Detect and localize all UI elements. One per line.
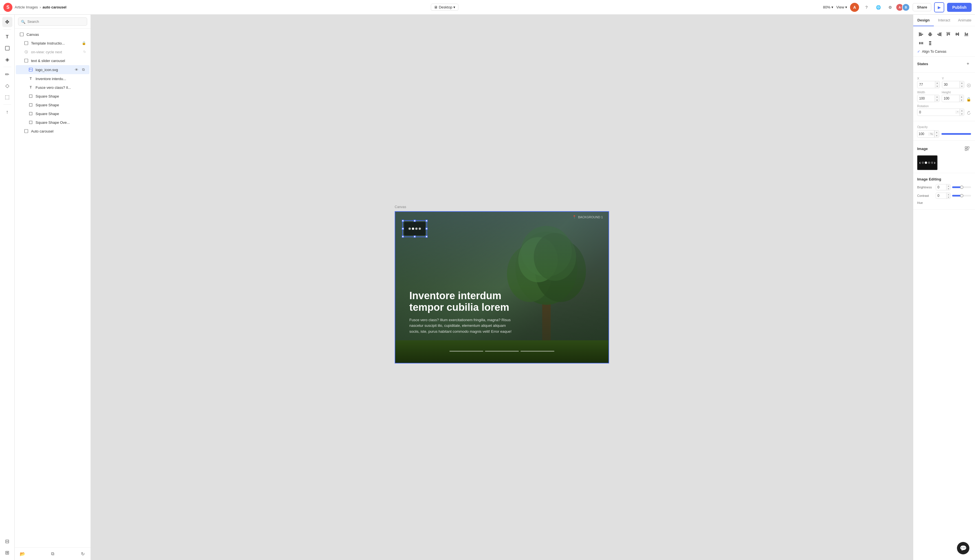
rotation-reset-icon[interactable] — [967, 104, 971, 116]
height-increment[interactable]: ▲ — [959, 95, 964, 98]
contrast-decrement[interactable]: ▼ — [947, 196, 950, 198]
layer-item-inventore[interactable]: T Inventore interdu... — [16, 75, 89, 83]
brightness-slider-thumb[interactable] — [960, 185, 963, 189]
opacity-slider[interactable] — [942, 133, 971, 135]
align-middle-v-button[interactable] — [953, 30, 961, 38]
view-button[interactable]: View ▾ — [836, 5, 847, 9]
brightness-input[interactable] — [936, 184, 946, 190]
search-input[interactable] — [18, 17, 87, 26]
rotation-increment[interactable]: ▲ — [960, 109, 964, 112]
resize-handle-tc[interactable] — [414, 220, 416, 222]
add-state-button[interactable]: + — [965, 61, 971, 67]
contrast-slider[interactable] — [952, 195, 971, 197]
layer-item-square1[interactable]: Square Shape — [16, 92, 89, 100]
x-decrement[interactable]: ▼ — [935, 85, 940, 88]
distribute-h-button[interactable] — [917, 39, 925, 47]
share-button[interactable]: Share — [913, 3, 931, 11]
zoom-selector[interactable]: 80% ▾ — [823, 5, 833, 9]
opacity-input[interactable] — [917, 131, 929, 137]
height-input-wrap: ▲ ▼ — [942, 95, 964, 102]
image-tool[interactable]: ⬚ — [2, 92, 12, 102]
rotation-input[interactable] — [917, 109, 956, 115]
height-decrement[interactable]: ▼ — [959, 98, 964, 102]
y-decrement[interactable]: ▼ — [960, 85, 964, 88]
layers-panel-toggle[interactable]: ⊟ — [2, 536, 12, 547]
x-input[interactable] — [917, 82, 935, 88]
resize-handle-br[interactable] — [426, 235, 428, 238]
image-action-button[interactable] — [963, 145, 971, 153]
select-tool[interactable]: ✥ — [2, 17, 12, 27]
layer-item-square3[interactable]: Square Shape — [16, 109, 89, 118]
brightness-decrement[interactable]: ▼ — [947, 187, 950, 190]
opacity-increment[interactable]: ▲ — [934, 130, 939, 134]
rotation-decrement[interactable]: ▼ — [960, 112, 964, 116]
y-input[interactable] — [942, 82, 960, 88]
pen-tool[interactable]: ✏ — [2, 69, 12, 80]
align-center-h-button[interactable] — [926, 30, 934, 38]
brightness-increment[interactable]: ▲ — [947, 184, 950, 187]
collaborate-button[interactable]: 🌐 — [874, 3, 883, 12]
image-preview-thumbnail[interactable]: ‹ › — [917, 155, 937, 170]
duplicate-layer-button[interactable]: ⧉ — [49, 550, 57, 558]
layer-item-auto-carousel[interactable]: Auto carousel — [16, 127, 89, 135]
layer-item-text-slider[interactable]: text & slider carousel — [16, 57, 89, 65]
x-increment[interactable]: ▲ — [935, 81, 940, 85]
layer-item-logo-icon[interactable]: logo_icon.svg 👁 ⧉ — [16, 65, 89, 74]
resize-handle-bc[interactable] — [414, 235, 416, 238]
text-tool[interactable]: T — [2, 32, 12, 42]
resize-handle-tr[interactable] — [426, 220, 428, 222]
layer-logo-actions: 👁 ⧉ — [73, 67, 86, 72]
layer-item-square-ove[interactable]: Square Shape Ove... — [16, 118, 89, 127]
resize-handle-mr[interactable] — [426, 228, 428, 230]
align-top-button[interactable] — [944, 30, 952, 38]
align-right-button[interactable] — [935, 30, 943, 38]
contrast-slider-thumb[interactable] — [960, 194, 963, 197]
layer-eye-button[interactable]: 👁 — [73, 67, 79, 72]
layer-item-fusce[interactable]: T Fusce vero class? Il... — [16, 83, 89, 92]
breadcrumb-parent[interactable]: Article Images — [15, 5, 38, 9]
layer-copy-button[interactable]: ⧉ — [80, 67, 86, 72]
chat-bubble-button[interactable]: 💬 — [957, 542, 969, 554]
resize-handle-bl[interactable] — [402, 235, 404, 238]
width-decrement[interactable]: ▼ — [935, 98, 939, 102]
canvas-area[interactable]: Canvas — [91, 15, 913, 560]
upload-tool[interactable]: ↑ — [2, 107, 12, 117]
height-input[interactable] — [942, 95, 959, 102]
lock-aspect-icon[interactable]: 🔒 — [966, 90, 971, 102]
contrast-input[interactable] — [936, 193, 946, 198]
component-tool[interactable]: ◈ — [2, 54, 12, 65]
brightness-slider[interactable] — [952, 187, 971, 188]
publish-button[interactable]: Publish — [947, 3, 972, 12]
refresh-layers-button[interactable]: ↻ — [79, 550, 87, 558]
opacity-decrement[interactable]: ▼ — [934, 134, 939, 137]
tab-animate[interactable]: Animate — [954, 15, 975, 26]
device-selector[interactable]: 🖥 Desktop ▾ — [431, 4, 458, 11]
distribute-v-button[interactable] — [926, 39, 934, 47]
pages-panel-toggle[interactable]: ⊞ — [2, 548, 12, 558]
layer-item-template[interactable]: Template Instructio... 🔒 — [16, 39, 89, 47]
layer-item-square2[interactable]: Square Shape — [16, 101, 89, 109]
add-folder-button[interactable]: 📂 — [18, 550, 27, 558]
align-bottom-button[interactable] — [962, 30, 970, 38]
contrast-increment[interactable]: ▲ — [947, 193, 950, 196]
selected-element-overlay[interactable] — [402, 220, 427, 237]
width-increment[interactable]: ▲ — [935, 95, 939, 98]
layer-item-canvas[interactable]: Canvas — [16, 30, 89, 38]
resize-handle-tl[interactable] — [402, 220, 404, 222]
tab-design[interactable]: Design — [913, 15, 934, 26]
app-logo[interactable]: S — [3, 3, 12, 12]
tab-interact[interactable]: Interact — [934, 15, 954, 26]
resize-handle-ml[interactable] — [402, 228, 404, 230]
width-input[interactable] — [917, 95, 935, 102]
canvas-frame[interactable]: 📍 BACKGROUND 1 — [395, 211, 609, 363]
y-increment[interactable]: ▲ — [960, 81, 964, 85]
preview-button[interactable]: ▶ — [934, 2, 944, 12]
align-left-button[interactable] — [917, 30, 925, 38]
frame-tool[interactable] — [2, 43, 12, 53]
canvas-label: Canvas — [395, 205, 406, 209]
help-button[interactable]: ? — [862, 3, 871, 12]
layer-item-on-view[interactable]: on-view: cycle next ↻ — [16, 48, 89, 56]
settings-button[interactable]: ⚙ — [886, 3, 895, 12]
gear-icon: ⚙ — [888, 5, 892, 10]
shapes-tool[interactable]: ◇ — [2, 81, 12, 91]
